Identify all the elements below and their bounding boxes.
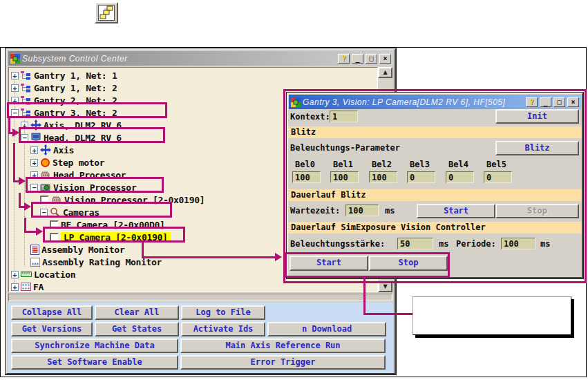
annotation-arrow-head [275, 253, 282, 261]
minimize-button[interactable]: _ [352, 54, 363, 64]
main-titlebar: Subsystem Control Center ? _ □ × [8, 51, 393, 66]
annotation-line [363, 313, 413, 315]
gantry-icon [21, 83, 32, 93]
help-button[interactable]: ? [338, 54, 350, 64]
tree-item-location[interactable]: +Location [11, 268, 75, 281]
close-button[interactable]: × [379, 54, 391, 64]
annotation-box-head [19, 127, 165, 143]
annotation-line [142, 256, 276, 258]
annotation-arrow-head [36, 227, 43, 236]
set-software-enable-button[interactable]: Set Software Enable [11, 355, 178, 370]
get-states-button[interactable]: Get States [95, 322, 179, 336]
location-icon [21, 271, 32, 278]
callout-box [412, 296, 571, 335]
tree-item-gantry-1-net-1[interactable]: +Gantry 1, Net: 1 [11, 69, 117, 82]
annotation-box-cameras [31, 202, 172, 218]
tree-item-fa[interactable]: +FA [11, 281, 44, 292]
cascade-subsystems-icon [98, 5, 115, 21]
annotation-box-gantry3 [7, 102, 167, 118]
expand-toggle-icon[interactable]: + [11, 72, 19, 79]
collapse-all-button[interactable]: Collapse All [11, 305, 93, 320]
n-download-button[interactable]: n Download [267, 322, 386, 336]
expand-toggle-icon[interactable]: + [11, 283, 19, 291]
tree-item-assembly-monitor[interactable]: Assembly Monitor [30, 243, 124, 256]
expand-toggle-icon[interactable]: + [11, 84, 19, 92]
axis-icon [40, 144, 51, 155]
app-icon [10, 54, 20, 64]
tree-item-label: Location [34, 269, 75, 280]
gantry-icon [21, 70, 32, 80]
step-motor-icon [40, 158, 50, 168]
annotation-box-start-stop [285, 252, 450, 278]
main-axis-reference-run-button[interactable]: Main Axis Reference Run [180, 339, 386, 353]
annotation-box-vision-processor [26, 177, 164, 193]
tree-item-label: Assembly Monitor [41, 245, 124, 255]
scroll-up-button[interactable]: ▲ [378, 67, 392, 78]
action-button-panel: Collapse AllClear AllLog to FileGet Vers… [8, 303, 393, 373]
fa-icon [21, 283, 31, 291]
expand-toggle-icon[interactable]: + [11, 271, 19, 278]
tree-item-axis[interactable]: +Axis [30, 144, 74, 156]
annotation-line [13, 143, 15, 182]
tree-item-label: Gantry 1, Net: 1 [34, 70, 117, 81]
tree-item-label: FA [33, 282, 44, 292]
expand-toggle-icon[interactable]: + [30, 146, 38, 154]
tree-item-label: Step motor [53, 158, 104, 168]
annotation-line [8, 118, 10, 133]
annotation-line [363, 278, 366, 315]
clear-all-button[interactable]: Clear All [95, 305, 179, 320]
get-versions-button[interactable]: Get Versions [11, 322, 93, 336]
activate-ids-button[interactable]: Activate Ids [181, 322, 265, 336]
tree-item-gantry-1-net-2[interactable]: +Gantry 1, Net: 2 [11, 82, 117, 94]
toolbar-cascade-button[interactable] [95, 2, 118, 23]
annotation-arrow-head [19, 177, 26, 185]
maximize-button[interactable]: □ [366, 54, 377, 64]
tree-item-label: Axis [53, 145, 74, 155]
log-to-file-button[interactable]: Log to File [181, 305, 265, 320]
assembly-rating-monitor-icon [30, 258, 40, 267]
assembly-monitor-icon [30, 245, 39, 255]
annotation-line [24, 231, 37, 233]
tree-item-step-motor[interactable]: +Step motor [30, 156, 104, 169]
expand-toggle-icon[interactable]: + [30, 159, 38, 167]
synchronize-machine-data-button[interactable]: Synchronize Machine Data [11, 339, 178, 353]
error-trigger-button[interactable]: Error Trigger [180, 355, 386, 370]
window-title: Subsystem Control Center [22, 54, 336, 64]
annotation-arrow-head [24, 202, 31, 211]
tree-item-label: Gantry 1, Net: 2 [34, 83, 117, 93]
annotation-box-lp-camera [43, 227, 185, 243]
horizontal-scrollbar[interactable] [8, 294, 392, 301]
